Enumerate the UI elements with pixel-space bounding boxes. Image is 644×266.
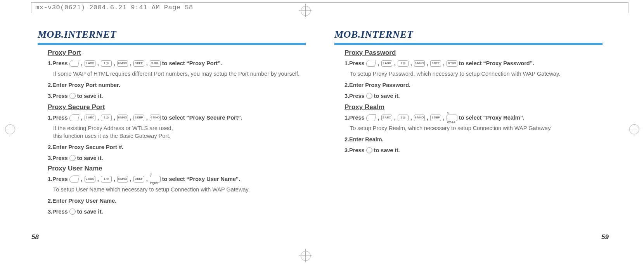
spine-label: mx-v30(0621) 2004.6.21 9:41 AM Page 58 xyxy=(35,4,193,11)
phone-key-icon: 2 ABC xyxy=(381,60,392,67)
phone-key-icon: 3 DEF xyxy=(430,115,441,121)
step-description: To setup Proxy Password, which necessary… xyxy=(350,70,602,78)
step-text: 1.Press xyxy=(48,59,68,68)
ok-key-icon xyxy=(366,93,372,99)
registration-mark-icon xyxy=(299,249,312,262)
page-title: MOB.INTERNET xyxy=(334,29,602,40)
nav-key-icon xyxy=(365,60,376,67)
registration-mark-icon xyxy=(299,4,312,17)
phone-key-icon: 6 MNO xyxy=(117,60,128,67)
phone-key-icon: 6 MNO xyxy=(117,115,128,121)
phone-key-icon: 2 ABC xyxy=(85,60,95,67)
step-description: To setup User Name which necessary to se… xyxy=(53,186,306,193)
step-description: If some WAP of HTML requires different P… xyxy=(53,70,306,78)
section-heading: Proxy Password xyxy=(345,49,602,57)
phone-key-icon: 7 PQRS xyxy=(150,176,161,183)
phone-key-icon: 1 @ xyxy=(101,60,112,67)
phone-key-icon: 2 ABC xyxy=(85,115,95,121)
step: 1.Press , 2 ABC, 1 @, 6 MNO, 3 DEF, 5 JK… xyxy=(48,59,306,68)
page-number: 58 xyxy=(31,233,39,241)
phone-key-icon: 1 @ xyxy=(398,60,409,67)
registration-mark-icon xyxy=(627,122,641,136)
page-number: 59 xyxy=(601,233,609,241)
phone-key-icon: 9 WXYZ xyxy=(447,115,457,121)
step-description: To setup Proxy Realm, which necessary to… xyxy=(350,124,602,132)
section-heading: Proxy Port xyxy=(48,49,306,57)
phone-key-icon: 3 DEF xyxy=(133,60,144,67)
phone-key-icon: 2 ABC xyxy=(85,176,95,183)
registration-mark-icon xyxy=(3,122,16,136)
step-description: this function uses it as the Basic Gatew… xyxy=(53,132,306,140)
phone-key-icon: 6 MNO xyxy=(414,115,425,121)
step: 2.Enter Proxy Password. xyxy=(345,81,602,89)
phone-key-icon: 6 MNO xyxy=(414,60,425,67)
phone-key-icon: 6 MNO xyxy=(150,115,161,121)
phone-key-icon: 3 DEF xyxy=(430,60,441,67)
phone-key-icon: 6 MNO xyxy=(117,176,128,183)
section-heading: Proxy User Name xyxy=(48,165,306,172)
nav-key-icon xyxy=(69,114,80,121)
step: 3.Press to save it. xyxy=(345,92,602,100)
page-right: MOB.INTERNET Proxy Password 1.Press , 2 … xyxy=(326,23,611,243)
phone-key-icon: 1 @ xyxy=(101,115,112,121)
step: 1.Press , 2 ABC, 1 @, 6 MNO, 3 DEF, 9 WX… xyxy=(345,113,602,122)
title-rule xyxy=(38,43,306,45)
ok-key-icon xyxy=(69,93,76,99)
phone-key-icon: 3 DEF xyxy=(133,115,144,121)
page-left: MOB.INTERNET Proxy Port 1.Press , 2 ABC,… xyxy=(29,23,314,243)
phone-key-icon: 1 @ xyxy=(101,176,112,183)
step: 1.Press , 2 ABC, 1 @, 6 MNO, 3 DEF, 6 MN… xyxy=(48,113,306,122)
step: 3.Press to save it. xyxy=(48,154,306,162)
step: 2.Enter Realm. xyxy=(345,135,602,144)
step-description: If the existing Proxy Address or WTLS ar… xyxy=(53,124,306,132)
ok-key-icon xyxy=(69,155,76,161)
step: 3.Press to save it. xyxy=(345,146,602,155)
step: 2.Enter Proxy Secure Port #. xyxy=(48,143,306,151)
nav-key-icon xyxy=(69,176,80,183)
nav-key-icon xyxy=(365,114,376,121)
step: 2.Enter Proxy User Name. xyxy=(48,196,306,205)
page-content: Proxy Password 1.Press , 2 ABC, 1 @, 6 M… xyxy=(334,49,602,155)
spine-header: mx-v30(0621) 2004.6.21 9:41 AM Page 58 xyxy=(29,0,644,15)
step: 3.Press to save it. xyxy=(48,92,306,100)
step-text: to select “Proxy Port”. xyxy=(162,59,222,68)
phone-key-icon: 3 DEF xyxy=(133,176,144,183)
ok-key-icon xyxy=(69,209,76,215)
page-content: Proxy Port 1.Press , 2 ABC, 1 @, 6 MNO, … xyxy=(38,49,306,216)
phone-key-icon: 5 JKL xyxy=(150,60,161,67)
phone-key-icon: 1 @ xyxy=(398,115,409,121)
section-heading: Proxy Realm xyxy=(345,103,602,111)
step: 2.Enter Proxy Port number. xyxy=(48,81,306,89)
ok-key-icon xyxy=(366,147,372,153)
title-rule xyxy=(334,43,602,45)
section-heading: Proxy Secure Port xyxy=(48,103,306,111)
phone-key-icon: 8 TUV xyxy=(447,60,457,67)
step: 3.Press to save it. xyxy=(48,207,306,216)
page-title: MOB.INTERNET xyxy=(38,29,306,40)
step: 1.Press , 2 ABC, 1 @, 6 MNO, 3 DEF, 8 TU… xyxy=(345,59,602,68)
nav-key-icon xyxy=(69,60,80,67)
step: 1.Press , 2 ABC, 1 @, 6 MNO, 3 DEF, 7 PQ… xyxy=(48,175,306,183)
phone-key-icon: 2 ABC xyxy=(381,115,392,121)
page-spread: MOB.INTERNET Proxy Port 1.Press , 2 ABC,… xyxy=(29,23,611,243)
